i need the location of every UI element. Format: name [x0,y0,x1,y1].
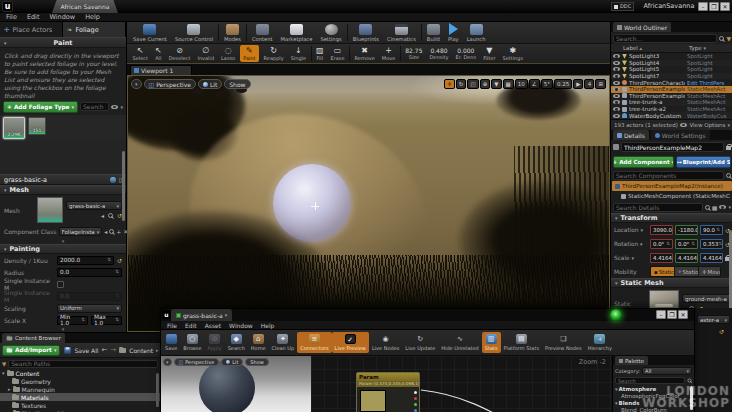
folder-mannequin[interactable]: ▸Mannequin [0,385,160,393]
tool-select[interactable]: ↖Select [129,44,151,63]
save-all-button[interactable]: Save All [63,346,98,355]
outliner-row[interactable]: SpotLight7SpotLight [611,73,732,80]
world-outliner-tab[interactable]: World Outliner [613,22,671,32]
scale-x-input[interactable]: 4.4164⇅ [650,253,673,263]
live-nodes-button[interactable]: ◉Live Nodes [369,330,402,355]
column-label[interactable]: Label ▴ [611,45,689,51]
param-node[interactable]: Param Param (0.373,0.345,0.098,1) [356,372,420,412]
material-preview-viewport[interactable]: ▾ ◫Perspective Lit Show [161,356,311,412]
folder-textures[interactable]: Textures [0,401,160,409]
lock-icon[interactable] [726,146,731,150]
folder-content[interactable]: ▾Content [0,369,160,377]
outliner-row[interactable]: tree-trunk-a2StaticMeshAct [611,106,732,113]
view-options-button[interactable]: View Options▾ [680,122,730,128]
search-details-input[interactable] [613,203,703,212]
foliage-thumbnail-grass[interactable]: 2.29K [3,117,25,139]
stats-button[interactable]: ▥Stats [482,332,501,353]
use-selected-icon[interactable]: ◂ [104,228,107,235]
level-tab[interactable]: African Savanna [52,0,118,13]
outliner-row[interactable]: ThirdPersonCharacterEdit ThirdPers [611,79,732,86]
browse-button[interactable]: ○Browse [180,330,204,355]
column-type[interactable]: Type ▾ [689,45,732,51]
build-button[interactable]: Build [423,22,444,43]
outliner-row[interactable]: SpotLight3SpotLight [611,53,732,60]
tool-fill[interactable]: ▨Fill [313,44,328,63]
save-current-button[interactable]: Save Current [129,22,171,43]
tool-reapply[interactable]: ↻Reapply [260,44,287,63]
tool-invalid[interactable]: ∅Invalid [194,44,218,63]
visibility-eye-icon[interactable] [613,74,620,78]
rotation-y-input[interactable]: 0.0°⇅ [675,239,698,249]
reset-icon[interactable]: ↺ [719,328,724,335]
property-matrix-icon[interactable]: ▦ [712,204,718,211]
hide-unrelated-button[interactable]: ∿Hide Unrelated [438,330,482,355]
blueprints-button[interactable]: Blueprints [349,22,383,43]
scale-y-input[interactable]: 4.4164⇅ [675,253,698,263]
mobility-static-button[interactable]: ▪Static [651,267,675,276]
tool-deselect[interactable]: ⊘Deselect [165,44,194,63]
mesh-thumbnail[interactable] [37,197,63,223]
scale-tool-button[interactable]: ◰ [467,79,478,89]
palette-item[interactable]: Blend_ColorBurn [613,406,694,412]
foliage-thumbnail-2[interactable]: 151 [28,117,46,135]
location-z-input[interactable]: 90.0⇅ [700,225,723,235]
visibility-eye-icon[interactable] [613,94,620,98]
source-control-button[interactable]: Source Control [171,22,217,43]
mobility-movable-button[interactable]: ✛Movable [699,267,720,276]
display-filter-eye-icon[interactable] [719,205,726,209]
preview-nodes-button[interactable]: ❏Preview Nodes [542,330,585,355]
rotation-snap-value[interactable]: 5° [541,79,553,89]
platform-stats-button[interactable]: ▤Platform Stats [501,330,542,355]
grid-snap-value[interactable]: 10 [515,79,528,89]
static-mesh-section-header[interactable]: ▾Static Mesh [611,278,732,288]
visibility-eye-icon[interactable] [613,81,620,85]
visibility-eye-icon[interactable] [613,87,620,91]
tab-place-actors[interactable]: ✛Place Actors [0,22,63,37]
radius-input[interactable]: 0.0⇅ [57,268,122,277]
visibility-eye-icon[interactable] [613,61,620,65]
add-foliage-type-button[interactable]: + Add Foliage Type▾ [3,101,78,113]
transform-section-header[interactable]: ▾Transform [611,213,732,223]
folder-geometry[interactable]: Geometry [0,377,160,385]
rotation-label[interactable]: Rotation ▾ [614,241,648,247]
material-element-dropdown[interactable]: aster-a▾ [697,315,730,324]
hierarchy-button[interactable]: ⫞Hierarchy [585,330,615,355]
outliner-row[interactable]: tree-trunk-aStaticMeshAct [611,99,732,106]
component-row[interactable]: StaticMeshComponent (StaticMeshComponent… [611,191,732,201]
menu-edit[interactable]: Edit [185,322,197,329]
perspective-button[interactable]: ◫Perspective [144,79,196,89]
reset-icon[interactable]: ↺ [117,257,122,264]
scrollbar[interactable] [156,373,159,407]
live-preview-button[interactable]: ✓Live Preview [332,332,369,353]
output-pin-r[interactable] [414,397,417,400]
play-button[interactable]: Play [444,22,463,43]
menu-window[interactable]: Window [49,13,75,21]
scrollbar[interactable] [690,386,693,410]
translate-tool-button[interactable]: ✛ [444,79,455,89]
outliner-row[interactable]: WaterBodyCustomWaterBodyCus [611,112,732,119]
live-update-button[interactable]: ↻Live Update [402,330,438,355]
visibility-eye-icon[interactable] [613,54,620,58]
palette-item[interactable]: AtmosphericFogColor [613,392,694,399]
maximize-button[interactable]: ❐ [709,2,719,11]
outliner-row[interactable]: SpotLight5SpotLight [611,66,732,73]
content-browser-tab[interactable]: Content Browser [2,333,65,343]
single-instance-checkbox[interactable] [57,281,64,288]
show-button[interactable]: Show [224,79,250,89]
outliner-row[interactable]: ThirdPersonExampleMap3StaticMeshAct [611,93,732,100]
category-dropdown[interactable]: All▾ [642,367,692,375]
add-component-button[interactable]: + Add Component▾ [613,156,674,168]
location-x-input[interactable]: 3090.0⇅ [650,225,673,235]
blueprint-add-script-button[interactable]: ⊶Blueprint/Add Sc [676,156,731,168]
tab-foliage[interactable]: ❧Foliage [63,22,126,37]
browse-to-asset-icon[interactable] [108,213,113,218]
forward-button[interactable]: → [110,346,116,354]
scale-label[interactable]: Scale ▾ [614,255,648,261]
scale-x-max-input[interactable]: Max 1.0⇅ [91,316,122,325]
material-asset-tab[interactable]: grass-basic-a▾ [171,309,232,321]
erase-density-field[interactable]: 0.000Er. Dens [452,44,480,63]
grid-snap-toggle[interactable]: ▦ [503,79,514,89]
viewport-tab[interactable]: Viewport 1 [130,65,192,75]
menu-edit[interactable]: Edit [27,13,40,21]
rotation-x-input[interactable]: 0.0°⇅ [650,239,673,249]
